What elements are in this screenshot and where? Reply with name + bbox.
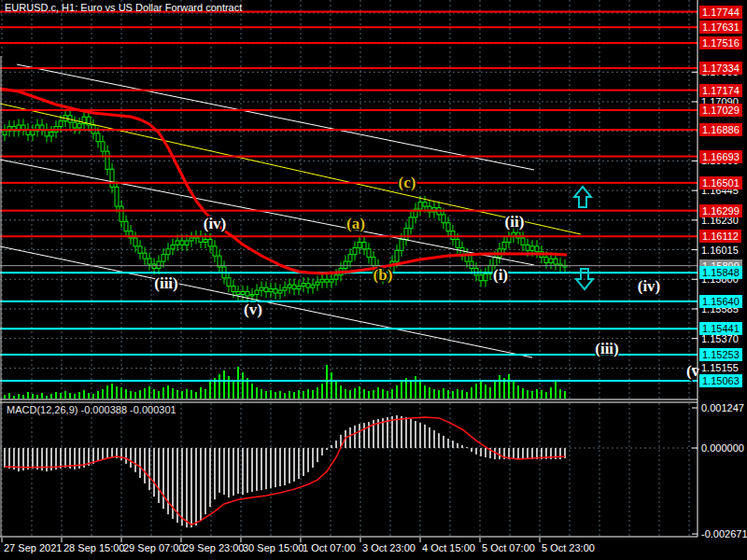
candle-body: [302, 284, 305, 287]
support-line[interactable]: [0, 301, 698, 302]
macd-histogram-bar: [452, 441, 454, 448]
wave-label[interactable]: (iv): [638, 277, 661, 295]
trendline-yellow-resistance[interactable]: [0, 104, 581, 234]
candle-body: [199, 237, 203, 243]
volume-bar: [466, 392, 468, 399]
wave-label[interactable]: (i): [493, 266, 508, 284]
resistance-price-badge: 1.17029: [699, 104, 742, 117]
volume-bar: [46, 396, 48, 399]
resistance-line[interactable]: [0, 90, 698, 91]
volume-bar: [359, 386, 360, 399]
candle-body: [316, 282, 319, 285]
moving-average-line[interactable]: [0, 89, 567, 273]
volume-bar: [340, 385, 342, 399]
wave-label[interactable]: (v): [244, 301, 262, 318]
candle-body: [180, 241, 184, 245]
macd-histogram-bar: [186, 448, 188, 527]
candle-body: [400, 239, 403, 250]
macd-histogram-bar: [419, 423, 421, 448]
macd-histogram-bar: [60, 448, 62, 469]
candle-body: [101, 142, 105, 151]
resistance-line[interactable]: [0, 26, 698, 28]
volume-bar: [4, 395, 6, 399]
volume-bar: [513, 380, 514, 399]
volume-bar: [251, 384, 253, 399]
wave-label[interactable]: (c): [399, 174, 416, 191]
candle-body: [40, 125, 44, 129]
candle-body: [362, 242, 366, 248]
macd-histogram-bar: [480, 448, 482, 456]
volume-bar: [307, 389, 309, 399]
wave-label[interactable]: (iii): [154, 274, 178, 292]
macd-axis-label: 0.001247: [701, 402, 744, 414]
macd-histogram-bar: [247, 448, 248, 493]
support-line[interactable]: [0, 380, 698, 382]
chart-canvas[interactable]: (iv)(iii)(v)(a)(b)(c)(i)(ii)(iv)(iii)(v: [0, 0, 747, 560]
resistance-line[interactable]: [0, 129, 698, 131]
candle-body: [554, 259, 557, 264]
support-line[interactable]: [0, 328, 698, 329]
candle-body: [334, 275, 338, 279]
candle-body: [278, 290, 282, 293]
candle-body: [507, 237, 511, 243]
volume-bar: [41, 393, 43, 399]
up-arrow-icon[interactable]: [574, 187, 591, 207]
wave-label[interactable]: (b): [374, 266, 393, 284]
wave-label[interactable]: (ii): [505, 213, 525, 231]
time-axis-label: 29 Sep 07:00: [123, 542, 184, 553]
candle-body: [269, 289, 273, 292]
wave-label[interactable]: (iii): [595, 340, 619, 357]
candle-body: [297, 287, 301, 289]
candle-body: [190, 238, 193, 241]
macd-histogram-bar: [559, 448, 561, 459]
macd-histogram-bar: [106, 448, 108, 458]
candle-body: [474, 268, 478, 274]
volume-bar: [354, 388, 356, 399]
volume-bar: [153, 389, 155, 399]
macd-histogram-bar: [289, 448, 290, 483]
resistance-price-badge: 1.17516: [699, 36, 742, 49]
macd-histogram-bar: [443, 436, 444, 448]
candle-body: [138, 246, 142, 253]
candle-body: [283, 287, 287, 290]
macd-histogram-bar: [527, 448, 529, 459]
macd-histogram-bar: [181, 448, 183, 525]
macd-histogram-bar: [134, 448, 136, 472]
trendline-channel-mid[interactable]: [0, 160, 534, 265]
resistance-line[interactable]: [0, 67, 698, 69]
volume-bar: [237, 367, 239, 399]
volume-bar: [186, 389, 188, 399]
volume-bar: [120, 387, 122, 399]
volume-bar: [331, 372, 332, 399]
volume-bar: [321, 384, 323, 399]
volume-bar: [60, 393, 62, 399]
resistance-line[interactable]: [0, 109, 698, 111]
candle-body: [110, 169, 114, 187]
resistance-line[interactable]: [0, 182, 698, 184]
resistance-line[interactable]: [0, 42, 698, 44]
volume-bar: [78, 392, 80, 399]
volume-bar: [106, 385, 108, 399]
trendline-channel-upper[interactable]: [17, 64, 534, 170]
resistance-line[interactable]: [0, 235, 698, 237]
candle-body: [530, 246, 534, 250]
resistance-line[interactable]: [0, 156, 698, 158]
candle-body: [143, 253, 147, 259]
wave-label[interactable]: (iv): [204, 215, 227, 232]
candle-body: [549, 259, 553, 262]
volume-bar: [195, 392, 197, 399]
time-axis-label: 5 Oct 23:00: [542, 542, 595, 553]
support-line[interactable]: [0, 354, 698, 356]
wave-label[interactable]: (a): [346, 215, 365, 232]
volume-bar: [550, 387, 552, 399]
candle-body: [288, 285, 291, 287]
resistance-price-badge: 1.16501: [699, 176, 742, 189]
volume-bar: [387, 391, 388, 399]
volume-bar: [125, 389, 127, 399]
candle-body: [544, 258, 548, 263]
macd-histogram-bar: [317, 448, 318, 462]
macd-histogram-bar: [162, 448, 164, 509]
macd-histogram-bar: [209, 448, 211, 507]
resistance-line[interactable]: [0, 210, 698, 212]
macd-histogram-bar: [120, 448, 122, 460]
